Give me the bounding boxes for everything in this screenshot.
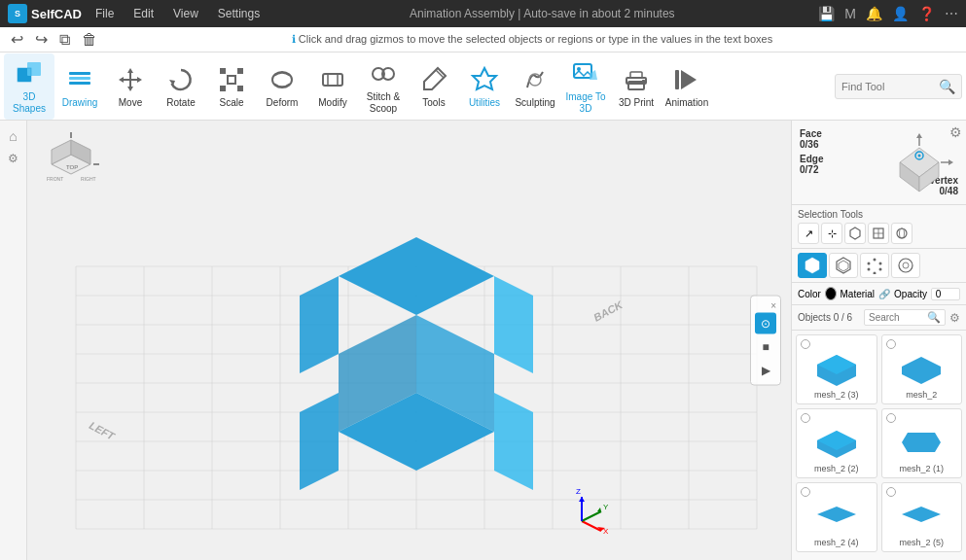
cursor-select-button[interactable]: ⊹ <box>821 223 842 244</box>
tool-3d-print[interactable]: 3D Print <box>611 53 662 120</box>
obj-card-top <box>801 413 873 423</box>
color-row: Color Material 🔗 Opacity <box>792 283 966 305</box>
tool-tools-label: Tools <box>422 97 445 109</box>
app-logo[interactable]: S SelfCAD <box>8 4 82 23</box>
tool-deform[interactable]: Deform <box>257 53 307 120</box>
obj-radio[interactable] <box>886 339 896 349</box>
edge-label: Edge <box>800 154 823 164</box>
points-type-button[interactable] <box>860 253 889 278</box>
gizmo-play-button[interactable]: ▶ <box>755 360 776 381</box>
menu-edit[interactable]: Edit <box>127 7 160 20</box>
svg-line-67 <box>582 521 601 531</box>
search-input[interactable] <box>841 81 939 92</box>
tool-rotate[interactable]: Rotate <box>156 53 206 120</box>
settings-gear-icon[interactable]: ⚙ <box>949 124 962 140</box>
tool-modify[interactable]: Modify <box>307 53 358 120</box>
animation-icon <box>671 64 702 95</box>
gizmo-close-button[interactable]: × <box>770 300 776 311</box>
svg-marker-54 <box>300 393 339 490</box>
tool-stitch[interactable]: Stitch & Scoop <box>358 53 409 120</box>
menu-view[interactable]: View <box>167 7 204 20</box>
deform-icon <box>267 64 298 95</box>
svg-marker-27 <box>681 70 697 89</box>
svg-point-100 <box>899 259 912 272</box>
tool-tools[interactable]: Tools <box>409 53 459 120</box>
undo-button[interactable]: ↩ <box>8 32 26 48</box>
objects-title: Objects 0 / 6 <box>798 312 860 323</box>
obj-radio[interactable] <box>801 339 810 349</box>
title-bar: Animation Assembly | Auto-save in about … <box>273 7 810 20</box>
tool-scale[interactable]: Scale <box>206 53 257 120</box>
help-icon[interactable]: ❓ <box>918 6 935 21</box>
svg-point-97 <box>874 272 877 275</box>
obj-radio[interactable] <box>886 487 896 497</box>
tool-utilities[interactable]: Utilities <box>459 53 510 120</box>
object-card-mesh-2-4[interactable]: mesh_2 (4) <box>796 482 877 552</box>
tool-animation[interactable]: Animation <box>662 53 712 120</box>
hint-text: Click and drag gizmos to move the select… <box>299 33 772 45</box>
arrow-select-button[interactable]: ↗ <box>798 223 819 244</box>
objects-search-input[interactable] <box>869 312 927 323</box>
move-icon <box>115 64 146 95</box>
user-icon[interactable]: 👤 <box>892 6 909 21</box>
search-icon[interactable]: 🔍 <box>939 79 955 94</box>
mesh-select-button[interactable] <box>868 223 889 244</box>
svg-line-68 <box>582 511 601 521</box>
object-card-mesh-2-5[interactable]: mesh_2 (5) <box>881 482 963 552</box>
tool-drawing[interactable]: Drawing <box>54 53 105 120</box>
redo-button[interactable]: ↪ <box>32 32 51 48</box>
object-card-mesh-2-2[interactable]: mesh_2 (2) <box>796 408 877 478</box>
more-icon[interactable]: ⋯ <box>945 6 958 21</box>
color-swatch[interactable] <box>825 287 837 300</box>
objects-settings-icon[interactable]: ⚙ <box>949 311 960 325</box>
tool-stitch-label: Stitch & Scoop <box>360 91 407 115</box>
mesh-3d-preview <box>880 128 958 196</box>
save-icon[interactable]: 💾 <box>818 6 835 21</box>
navigation-cube[interactable]: TOP FRONT RIGHT <box>37 130 105 198</box>
objects-search-icon[interactable]: 🔍 <box>927 311 941 324</box>
texture-type-button[interactable] <box>891 253 920 278</box>
copy-button[interactable]: ⧉ <box>56 32 73 48</box>
gizmo-controls: × ⊙ ■ ▶ <box>750 296 781 386</box>
tool-utilities-label: Utilities <box>469 97 500 109</box>
profile-icon[interactable]: M <box>844 6 856 21</box>
menu-settings[interactable]: Settings <box>212 7 266 20</box>
mesh-preview: Face 0/36 Edge 0/72 Vertex 0/48 <box>792 121 966 205</box>
obj-radio[interactable] <box>886 413 896 423</box>
main-area: ⌂ ⚙ <box>0 121 966 560</box>
face-stat: Face 0/36 <box>800 128 875 150</box>
settings-icon[interactable]: ⚙ <box>8 152 18 165</box>
bell-icon[interactable]: 🔔 <box>866 6 882 21</box>
viewport[interactable]: BACK LEFT TOP FRONT <box>27 121 791 560</box>
objects-count: 0 / 6 <box>834 312 852 323</box>
menu-file[interactable]: File <box>89 7 120 20</box>
globe-select-button[interactable] <box>891 223 912 244</box>
solid-type-button[interactable] <box>798 253 827 278</box>
obj-card-top <box>801 339 873 349</box>
tool-image-to-3d[interactable]: Image To 3D <box>560 53 611 120</box>
tool-sculpting[interactable]: Sculpting <box>510 53 560 120</box>
edge-count: 0/72 <box>800 164 818 175</box>
opacity-label: Opacity <box>894 289 927 299</box>
tool-move[interactable]: Move <box>105 53 156 120</box>
hint-icon: ℹ <box>292 33 299 45</box>
gizmo-circle-button[interactable]: ⊙ <box>755 313 776 334</box>
home-icon[interactable]: ⌂ <box>9 128 17 144</box>
delete-button[interactable]: 🗑 <box>79 32 100 48</box>
left-panel: ⌂ ⚙ <box>0 121 27 560</box>
cube-select-button[interactable] <box>844 223 866 244</box>
obj-radio[interactable] <box>801 487 810 497</box>
topbar: S SelfCAD File Edit View Settings Animat… <box>0 0 966 27</box>
tool-3d-shapes[interactable]: 3D Shapes <box>4 53 54 120</box>
opacity-input[interactable] <box>931 288 960 300</box>
object-card-mesh-2-1[interactable]: mesh_2 (1) <box>881 408 963 478</box>
face-label: Face <box>800 128 822 139</box>
object-card-mesh-2[interactable]: mesh_2 <box>881 334 963 404</box>
tool-3d-shapes-label: 3D Shapes <box>6 91 53 115</box>
wireframe-type-button[interactable] <box>829 253 858 278</box>
obj-radio[interactable] <box>801 413 810 423</box>
svg-marker-53 <box>494 276 533 373</box>
gizmo-square-button[interactable]: ■ <box>755 336 776 358</box>
svg-marker-109 <box>902 507 941 522</box>
object-card-mesh-2-3[interactable]: mesh_2 (3) <box>796 334 877 404</box>
